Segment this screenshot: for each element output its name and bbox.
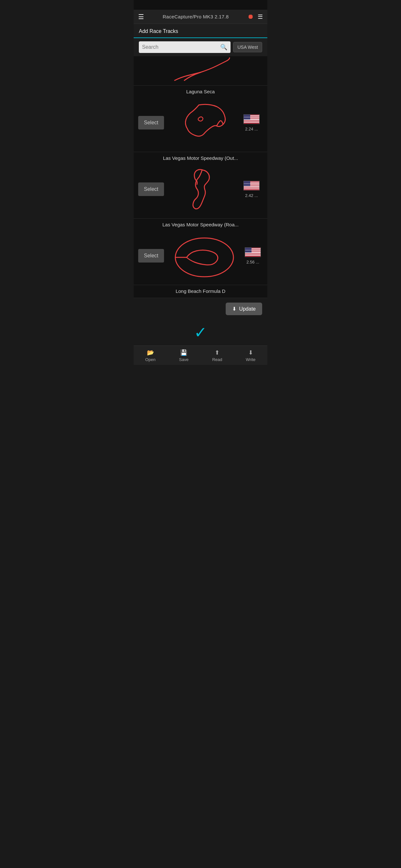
track-meta-lvms-road: ★★★★★★★★★★★★★★★★★★★★★★★★★★★★★★★★★★★★★★★★… (242, 247, 264, 265)
read-button[interactable]: ⬆ Read (201, 346, 234, 365)
add-race-tracks-modal: Add Race Tracks 🔍 USA West Laguna Seca (134, 24, 267, 345)
save-label: Save (179, 357, 189, 362)
record-icon[interactable]: ⏺ (247, 13, 254, 20)
track-content-lvms-out: Select (138, 163, 263, 215)
status-bar (134, 0, 267, 10)
track-item-partial (134, 56, 267, 86)
track-item-long-beach: Long Beach Formula D (134, 285, 267, 298)
select-button-lvms-out[interactable]: Select (138, 182, 164, 196)
update-icon: ⬇ (232, 306, 236, 312)
track-list: Laguna Seca Select (134, 56, 267, 298)
region-filter-button[interactable]: USA West (233, 42, 262, 52)
modal-bottom-bar: ⬇ Update (134, 298, 267, 320)
track-distance-laguna-seca: 2.24 ... (245, 127, 258, 131)
write-label: Write (246, 357, 255, 362)
track-distance-lvms-out: 2.42 ... (245, 193, 258, 198)
confirm-checkmark-icon[interactable]: ✓ (194, 325, 207, 340)
flag-usa-lvms-out: ★★★★★★★★★★★★★★★★★★★★★★★★★★★★★★★★★★★★★★★★… (243, 181, 259, 190)
track-map-lvms-out (167, 163, 237, 215)
save-button[interactable]: 💾 Save (167, 346, 201, 365)
bottom-toolbar: 📂 Open 💾 Save ⬆ Read ⬇ Write (134, 345, 267, 365)
track-meta-lvms-out: ★★★★★★★★★★★★★★★★★★★★★★★★★★★★★★★★★★★★★★★★… (240, 181, 263, 198)
track-meta-laguna-seca: ★★★★★★★★★★★★★★★★★★★★★★★★★★★★★★★★★★★★★★★★… (240, 114, 263, 131)
track-name-lvms-road: Las Vegas Motor Speedway (Roa... (138, 222, 263, 227)
search-input-wrapper: 🔍 (139, 41, 230, 53)
checkmark-area: ✓ (134, 320, 267, 345)
track-name-long-beach: Long Beach Formula D (138, 288, 263, 294)
search-bar: 🔍 USA West (134, 38, 267, 56)
open-label: Open (145, 357, 156, 362)
read-icon: ⬆ (215, 349, 220, 356)
update-button[interactable]: ⬇ Update (226, 303, 262, 315)
open-icon: 📂 (147, 349, 154, 356)
track-item: Laguna Seca Select (134, 86, 267, 152)
save-icon: 💾 (180, 349, 187, 356)
track-map-lvms-road (167, 230, 238, 282)
write-button[interactable]: ⬇ Write (234, 346, 268, 365)
track-item-lvms-road: Las Vegas Motor Speedway (Roa... Select (134, 219, 267, 285)
nav-right: ⏺ ☰ (247, 13, 263, 20)
nav-menu-icon[interactable]: ☰ (258, 13, 263, 20)
top-nav: ☰ RaceCapture/Pro MK3 2.17.8 ⏺ ☰ (134, 10, 267, 24)
track-distance-lvms-road: 2.56 ... (246, 259, 259, 265)
hamburger-icon[interactable]: ☰ (138, 13, 144, 21)
track-name-lvms-out: Las Vegas Motor Speedway (Out... (138, 155, 263, 161)
open-button[interactable]: 📂 Open (134, 346, 167, 365)
modal-title: Add Race Tracks (139, 28, 262, 34)
flag-usa-laguna-seca: ★★★★★★★★★★★★★★★★★★★★★★★★★★★★★★★★★★★★★★★★… (243, 114, 259, 124)
track-content-lvms-road: Select (138, 230, 263, 282)
flag-usa-lvms-road: ★★★★★★★★★★★★★★★★★★★★★★★★★★★★★★★★★★★★★★★★… (245, 247, 261, 257)
track-name: Laguna Seca (138, 89, 263, 94)
track-map-laguna-seca (167, 97, 237, 149)
app-title: RaceCapture/Pro MK3 2.17.8 (163, 14, 229, 20)
track-content: Select (138, 97, 263, 149)
select-button-lvms-road[interactable]: Select (138, 249, 164, 262)
search-input[interactable] (142, 44, 220, 50)
write-icon: ⬇ (248, 349, 253, 356)
update-label: Update (239, 306, 256, 312)
read-label: Read (212, 357, 222, 362)
search-icon-button[interactable]: 🔍 (220, 43, 227, 51)
partial-track-svg (138, 56, 263, 82)
track-item-lvms-out: Las Vegas Motor Speedway (Out... Select (134, 152, 267, 219)
modal-header: Add Race Tracks (134, 24, 267, 38)
select-button-laguna-seca[interactable]: Select (138, 116, 164, 129)
